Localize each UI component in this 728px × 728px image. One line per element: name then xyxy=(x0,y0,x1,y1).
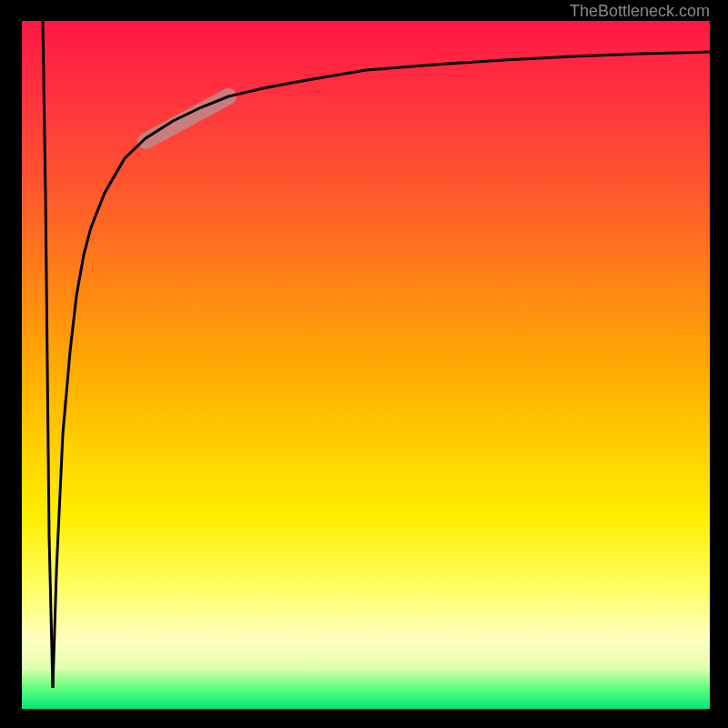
chart-container: TheBottleneck.com xyxy=(0,0,728,728)
plot-area xyxy=(22,21,710,709)
curve-descending xyxy=(43,21,53,688)
attribution-text: TheBottleneck.com xyxy=(570,2,710,21)
highlight-segment xyxy=(146,96,228,141)
curve-svg xyxy=(22,21,710,709)
curve-ascending xyxy=(53,52,710,688)
